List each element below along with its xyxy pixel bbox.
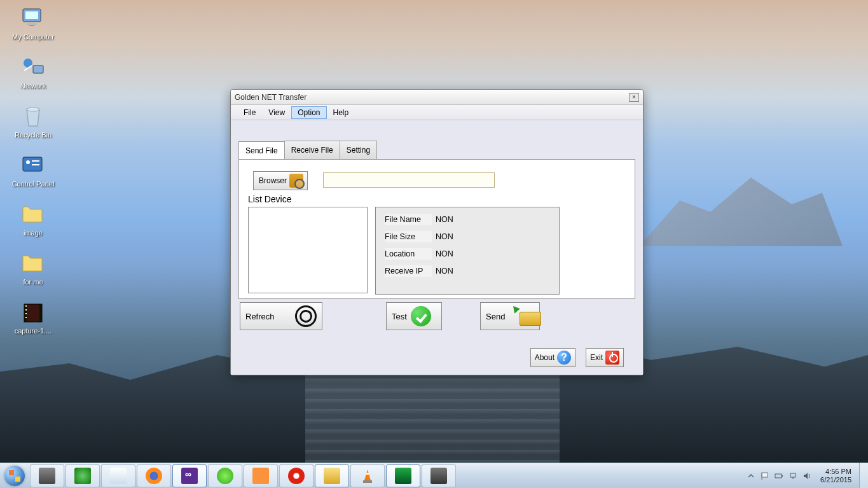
refresh-button[interactable]: Refrech xyxy=(240,302,322,330)
clock-time: 4:56 PM xyxy=(820,468,851,476)
send-button[interactable]: Send xyxy=(480,302,540,330)
desktop-icon-label: Network xyxy=(9,82,57,90)
list-device-label: List Device xyxy=(248,194,291,204)
refresh-button-label: Refrech xyxy=(245,312,275,321)
location-value: NON xyxy=(436,249,453,258)
tab-sendfile[interactable]: Send File xyxy=(238,141,285,160)
taskbar-app-visualstudio[interactable]: ∞ xyxy=(172,464,207,487)
svg-rect-2 xyxy=(27,23,37,25)
desktop-icon-recyclebin[interactable]: Recycle Bin xyxy=(9,104,57,139)
close-button[interactable]: × xyxy=(629,93,639,102)
svg-rect-22 xyxy=(775,474,782,478)
desktop-icon-capture[interactable]: capture-1.... xyxy=(9,300,57,335)
browser-button-label: Browser xyxy=(259,176,287,185)
send-button-label: Send xyxy=(486,312,505,321)
taskbar: ∞ 4:56 PM 6/21/2015 xyxy=(0,463,868,488)
location-label: Location xyxy=(385,248,432,260)
window-title: Golden NET Transfer xyxy=(235,93,629,102)
about-button-label: About xyxy=(535,353,555,362)
tab-receivefile[interactable]: Receive File xyxy=(284,141,340,159)
system-tray: 4:56 PM 6/21/2015 xyxy=(747,468,859,484)
filename-label: File Name xyxy=(385,214,432,225)
folder-icon xyxy=(19,202,47,228)
tab-container: Send File Receive File Setting Browser L… xyxy=(238,141,635,299)
tray-chevron-icon[interactable] xyxy=(747,471,755,480)
svg-rect-5 xyxy=(33,66,43,73)
firefox-icon xyxy=(146,468,162,484)
desktop-icon-label: capture-1.... xyxy=(9,327,57,335)
filesize-value: NON xyxy=(436,232,453,241)
desktop-icon-label: Recycle Bin xyxy=(9,131,57,139)
computer-icon xyxy=(19,6,47,32)
svg-rect-9 xyxy=(32,160,39,162)
svg-rect-18 xyxy=(366,473,369,475)
svg-rect-24 xyxy=(790,473,796,477)
folder-icon xyxy=(324,468,340,484)
svg-rect-11 xyxy=(24,304,42,322)
about-button[interactable]: About ? xyxy=(530,348,575,367)
download-icon xyxy=(74,468,91,484)
show-desktop-button[interactable] xyxy=(859,463,868,489)
taskbar-app-explorer[interactable] xyxy=(315,464,349,487)
svg-rect-14 xyxy=(25,305,27,307)
desktop-icon-network[interactable]: Network xyxy=(9,55,57,90)
menubar: File View Option Help xyxy=(231,105,643,120)
check-icon xyxy=(411,306,431,326)
file-info-panel: File NameNON File SizeNON LocationNON Re… xyxy=(375,207,560,295)
svg-rect-17 xyxy=(25,317,27,318)
svg-rect-23 xyxy=(782,475,783,477)
folder-icon xyxy=(19,251,47,277)
taskbar-app-goldennet[interactable] xyxy=(386,464,420,487)
tab-setting[interactable]: Setting xyxy=(340,141,377,159)
svg-rect-19 xyxy=(363,480,372,483)
desktop-icon-image[interactable]: image xyxy=(9,202,57,237)
taskbar-app-opera[interactable] xyxy=(279,464,313,487)
taskbar-app-virtualbox[interactable] xyxy=(30,464,64,487)
opera-icon xyxy=(288,468,305,484)
desktop-icon-mycomputer[interactable]: My Computer xyxy=(9,6,57,41)
desktop-icon-label: My Computer xyxy=(9,33,57,41)
tray-volume-icon[interactable] xyxy=(803,471,811,480)
device-listbox[interactable] xyxy=(248,207,368,293)
tray-flag-icon[interactable] xyxy=(761,471,769,480)
refresh-icon xyxy=(295,305,317,327)
taskbar-app-utorrent[interactable] xyxy=(208,464,242,487)
exit-button[interactable]: Exit xyxy=(586,348,624,367)
background-mountain xyxy=(639,170,843,246)
svg-point-6 xyxy=(27,108,39,111)
menu-view[interactable]: View xyxy=(262,106,291,119)
desktop-icon-controlpanel[interactable]: Control Panel xyxy=(9,153,57,188)
power-icon xyxy=(605,351,619,365)
note-icon xyxy=(110,468,127,484)
svg-rect-13 xyxy=(39,304,42,322)
test-button[interactable]: Test xyxy=(386,302,442,330)
desktop-icons: My Computer Network Recycle Bin Control … xyxy=(9,6,60,349)
taskbar-clock[interactable]: 4:56 PM 6/21/2015 xyxy=(816,468,855,484)
taskbar-app-generic[interactable] xyxy=(422,464,456,487)
recycle-bin-icon xyxy=(19,104,47,130)
taskbar-app-notepad[interactable] xyxy=(101,464,135,487)
svg-point-8 xyxy=(26,160,30,164)
taskbar-app-firefox[interactable] xyxy=(137,464,171,487)
generic-icon xyxy=(431,468,447,484)
start-button[interactable] xyxy=(0,463,29,489)
taskbar-app-xampp[interactable] xyxy=(244,464,278,487)
utorrent-icon xyxy=(217,468,233,484)
menu-help[interactable]: Help xyxy=(327,106,355,119)
path-input[interactable] xyxy=(323,172,495,188)
clock-date: 6/21/2015 xyxy=(820,476,851,484)
receiveip-label: Receive IP xyxy=(385,265,432,277)
menu-option[interactable]: Option xyxy=(291,106,326,119)
taskbar-app-idm[interactable] xyxy=(65,464,100,487)
app-icon xyxy=(395,468,411,484)
app-window: Golden NET Transfer × File View Option H… xyxy=(230,89,644,375)
tray-battery-icon[interactable] xyxy=(775,471,783,480)
question-icon: ? xyxy=(557,351,571,365)
browser-button[interactable]: Browser xyxy=(253,171,308,190)
taskbar-app-vlc[interactable] xyxy=(350,464,385,487)
video-file-icon xyxy=(19,300,47,326)
desktop-icon-forme[interactable]: for me xyxy=(9,251,57,286)
menu-file[interactable]: File xyxy=(237,106,262,119)
tray-network-icon[interactable] xyxy=(789,471,797,480)
titlebar[interactable]: Golden NET Transfer × xyxy=(231,90,643,105)
